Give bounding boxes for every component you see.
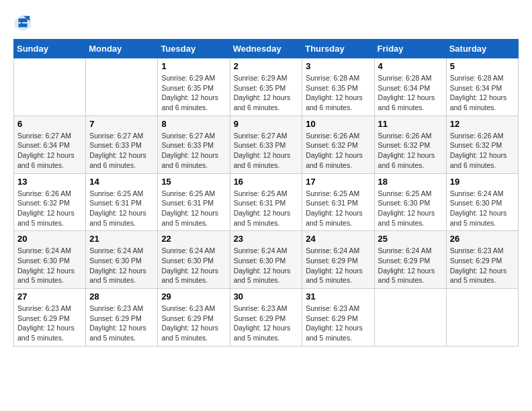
day-cell: [446, 289, 518, 347]
day-info: Sunrise: 6:23 AMSunset: 6:29 PMDaylight:…: [161, 304, 226, 343]
week-row: 13Sunrise: 6:26 AMSunset: 6:32 PMDayligh…: [14, 173, 519, 231]
day-info: Sunrise: 6:23 AMSunset: 6:29 PMDaylight:…: [234, 304, 299, 343]
day-number: 16: [234, 177, 299, 187]
day-cell: 14Sunrise: 6:25 AMSunset: 6:31 PMDayligh…: [86, 173, 158, 231]
day-number: 29: [161, 291, 226, 302]
day-number: 9: [234, 119, 299, 129]
day-info: Sunrise: 6:24 AMSunset: 6:30 PMDaylight:…: [234, 246, 299, 285]
day-info: Sunrise: 6:24 AMSunset: 6:29 PMDaylight:…: [378, 246, 443, 285]
day-info: Sunrise: 6:29 AMSunset: 6:35 PMDaylight:…: [161, 73, 226, 113]
day-cell: 12Sunrise: 6:26 AMSunset: 6:32 PMDayligh…: [446, 116, 518, 173]
calendar-table: SundayMondayTuesdayWednesdayThursdayFrid…: [13, 39, 519, 347]
day-number: 23: [234, 234, 299, 244]
day-number: 27: [17, 291, 82, 302]
logo: [13, 13, 35, 32]
calendar-body: 1Sunrise: 6:29 AMSunset: 6:35 PMDaylight…: [14, 58, 519, 347]
day-cell: 7Sunrise: 6:27 AMSunset: 6:33 PMDaylight…: [86, 116, 158, 173]
day-info: Sunrise: 6:26 AMSunset: 6:32 PMDaylight:…: [17, 189, 82, 228]
day-number: 26: [450, 234, 515, 244]
day-cell: 8Sunrise: 6:27 AMSunset: 6:33 PMDaylight…: [158, 116, 230, 173]
day-number: 24: [306, 234, 370, 244]
day-cell: 5Sunrise: 6:28 AMSunset: 6:34 PMDaylight…: [446, 58, 518, 116]
header-cell-thursday: Thursday: [302, 40, 374, 58]
day-info: Sunrise: 6:24 AMSunset: 6:30 PMDaylight:…: [17, 246, 82, 285]
day-number: 22: [161, 234, 226, 244]
day-info: Sunrise: 6:25 AMSunset: 6:31 PMDaylight:…: [234, 189, 299, 228]
day-cell: 2Sunrise: 6:29 AMSunset: 6:35 PMDaylight…: [230, 58, 302, 116]
day-info: Sunrise: 6:23 AMSunset: 6:29 PMDaylight:…: [306, 304, 370, 343]
day-number: 31: [306, 291, 370, 302]
day-number: 3: [306, 61, 370, 71]
day-cell: 20Sunrise: 6:24 AMSunset: 6:30 PMDayligh…: [14, 231, 86, 289]
day-info: Sunrise: 6:23 AMSunset: 6:29 PMDaylight:…: [17, 304, 82, 343]
day-cell: 13Sunrise: 6:26 AMSunset: 6:32 PMDayligh…: [14, 173, 86, 231]
day-number: 12: [450, 119, 515, 129]
day-cell: 30Sunrise: 6:23 AMSunset: 6:29 PMDayligh…: [230, 289, 302, 347]
day-cell: 6Sunrise: 6:27 AMSunset: 6:34 PMDaylight…: [14, 116, 86, 173]
header-cell-wednesday: Wednesday: [230, 40, 302, 58]
day-cell: 28Sunrise: 6:23 AMSunset: 6:29 PMDayligh…: [86, 289, 158, 347]
day-cell: 9Sunrise: 6:27 AMSunset: 6:33 PMDaylight…: [230, 116, 302, 173]
day-number: 5: [450, 61, 515, 71]
day-number: 20: [17, 234, 82, 244]
week-row: 1Sunrise: 6:29 AMSunset: 6:35 PMDaylight…: [14, 58, 519, 116]
day-info: Sunrise: 6:28 AMSunset: 6:34 PMDaylight:…: [378, 73, 443, 113]
day-number: 17: [306, 177, 370, 187]
day-number: 30: [234, 291, 299, 302]
day-info: Sunrise: 6:26 AMSunset: 6:32 PMDaylight:…: [378, 131, 443, 171]
day-cell: 11Sunrise: 6:26 AMSunset: 6:32 PMDayligh…: [374, 116, 446, 173]
header-cell-tuesday: Tuesday: [158, 40, 230, 58]
day-number: 11: [378, 119, 443, 129]
day-cell: 22Sunrise: 6:24 AMSunset: 6:30 PMDayligh…: [158, 231, 230, 289]
day-cell: 1Sunrise: 6:29 AMSunset: 6:35 PMDaylight…: [158, 58, 230, 116]
day-cell: 31Sunrise: 6:23 AMSunset: 6:29 PMDayligh…: [302, 289, 374, 347]
day-number: 7: [89, 119, 154, 129]
day-cell: [86, 58, 158, 116]
day-info: Sunrise: 6:26 AMSunset: 6:32 PMDaylight:…: [450, 131, 515, 171]
day-cell: 29Sunrise: 6:23 AMSunset: 6:29 PMDayligh…: [158, 289, 230, 347]
day-number: 6: [17, 119, 82, 129]
header-cell-friday: Friday: [374, 40, 446, 58]
day-number: 25: [378, 234, 443, 244]
week-row: 20Sunrise: 6:24 AMSunset: 6:30 PMDayligh…: [14, 231, 519, 289]
day-number: 4: [378, 61, 443, 71]
day-number: 8: [161, 119, 226, 129]
header-cell-monday: Monday: [86, 40, 158, 58]
day-info: Sunrise: 6:27 AMSunset: 6:33 PMDaylight:…: [161, 131, 226, 171]
day-info: Sunrise: 6:25 AMSunset: 6:31 PMDaylight:…: [89, 189, 154, 228]
day-number: 10: [306, 119, 370, 129]
day-number: 13: [17, 177, 82, 187]
day-number: 21: [89, 234, 154, 244]
day-cell: 18Sunrise: 6:25 AMSunset: 6:30 PMDayligh…: [374, 173, 446, 231]
day-cell: [14, 58, 86, 116]
day-info: Sunrise: 6:25 AMSunset: 6:30 PMDaylight:…: [378, 189, 443, 228]
logo-icon: [13, 13, 32, 32]
header-cell-sunday: Sunday: [14, 40, 86, 58]
day-info: Sunrise: 6:24 AMSunset: 6:30 PMDaylight:…: [450, 189, 515, 228]
day-number: 19: [450, 177, 515, 187]
week-row: 27Sunrise: 6:23 AMSunset: 6:29 PMDayligh…: [14, 289, 519, 347]
day-cell: 27Sunrise: 6:23 AMSunset: 6:29 PMDayligh…: [14, 289, 86, 347]
day-info: Sunrise: 6:27 AMSunset: 6:33 PMDaylight:…: [234, 131, 299, 171]
day-info: Sunrise: 6:27 AMSunset: 6:34 PMDaylight:…: [17, 131, 82, 171]
day-cell: 17Sunrise: 6:25 AMSunset: 6:31 PMDayligh…: [302, 173, 374, 231]
day-info: Sunrise: 6:24 AMSunset: 6:30 PMDaylight:…: [89, 246, 154, 285]
day-info: Sunrise: 6:28 AMSunset: 6:35 PMDaylight:…: [306, 73, 370, 113]
day-info: Sunrise: 6:26 AMSunset: 6:32 PMDaylight:…: [306, 131, 370, 171]
day-cell: 21Sunrise: 6:24 AMSunset: 6:30 PMDayligh…: [86, 231, 158, 289]
day-cell: 4Sunrise: 6:28 AMSunset: 6:34 PMDaylight…: [374, 58, 446, 116]
day-cell: 23Sunrise: 6:24 AMSunset: 6:30 PMDayligh…: [230, 231, 302, 289]
day-number: 14: [89, 177, 154, 187]
week-row: 6Sunrise: 6:27 AMSunset: 6:34 PMDaylight…: [14, 116, 519, 173]
calendar-header: SundayMondayTuesdayWednesdayThursdayFrid…: [14, 40, 519, 58]
day-info: Sunrise: 6:23 AMSunset: 6:29 PMDaylight:…: [450, 246, 515, 285]
day-info: Sunrise: 6:23 AMSunset: 6:29 PMDaylight:…: [89, 304, 154, 343]
day-number: 18: [378, 177, 443, 187]
header-row: SundayMondayTuesdayWednesdayThursdayFrid…: [14, 40, 519, 58]
day-cell: 3Sunrise: 6:28 AMSunset: 6:35 PMDaylight…: [302, 58, 374, 116]
day-number: 28: [89, 291, 154, 302]
day-cell: 19Sunrise: 6:24 AMSunset: 6:30 PMDayligh…: [446, 173, 518, 231]
day-cell: 10Sunrise: 6:26 AMSunset: 6:32 PMDayligh…: [302, 116, 374, 173]
page-header: [13, 13, 519, 32]
day-info: Sunrise: 6:27 AMSunset: 6:33 PMDaylight:…: [89, 131, 154, 171]
